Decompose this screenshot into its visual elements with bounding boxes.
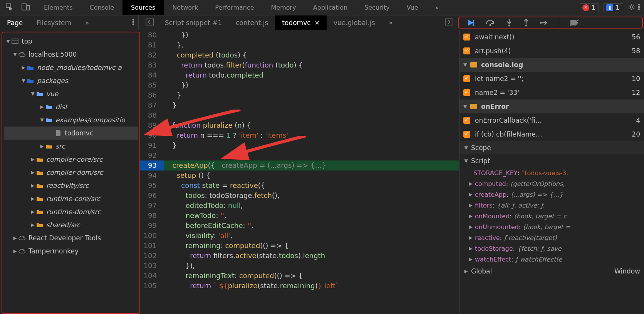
step-out-button[interactable]	[523, 19, 530, 27]
code-line[interactable]: 94 setup () {	[140, 171, 459, 181]
code-line[interactable]: 83 return todos.filter(function (todo) {	[140, 60, 459, 70]
tree-tampermonkey[interactable]: ▶ Tampermonkey	[4, 245, 138, 258]
scope-entry[interactable]: ▶createApp: (...args) => {…}	[460, 189, 644, 200]
code-line[interactable]: 90 return n === 1 ? 'item' : 'items'	[140, 130, 459, 140]
code-line[interactable]: 104 remainingText: computed(() => {	[140, 271, 459, 281]
tree-todomvc[interactable]: todomvc	[4, 127, 138, 140]
resume-button[interactable]	[466, 18, 475, 27]
file-tab-snippet[interactable]: Script snippet #1	[158, 15, 229, 30]
breakpoint-row[interactable]: let name2 = '';10	[460, 72, 644, 86]
code-line[interactable]: 80 })	[140, 30, 459, 40]
tree-localhost[interactable]: ▼ localhost:5000	[4, 48, 138, 61]
code-line[interactable]: 101 remaining: computed(() => {	[140, 241, 459, 251]
tab-security[interactable]: Security	[356, 0, 398, 15]
breakpoint-row[interactable]: await next()56	[460, 30, 644, 44]
inspect-icon[interactable]	[5, 3, 13, 12]
tree-top[interactable]: ▼ top	[4, 35, 138, 48]
code-line[interactable]: 100 visibility: 'all',	[140, 231, 459, 241]
breakpoint-checkbox[interactable]	[463, 131, 470, 138]
code-line[interactable]: 89 function pluralize (n) {	[140, 120, 459, 130]
tree-src[interactable]: ▶ src	[4, 140, 138, 153]
step-over-button[interactable]	[485, 19, 496, 27]
tree-packages[interactable]: ▼ packages	[4, 74, 138, 87]
tab-elements[interactable]: Elements	[35, 0, 81, 15]
code-line[interactable]: 88	[140, 110, 459, 120]
tab-sources[interactable]: Sources	[122, 0, 164, 15]
breakpoint-checkbox[interactable]	[463, 34, 470, 41]
device-mode-icon[interactable]	[22, 3, 30, 12]
code-line[interactable]: 105 return ` ${pluralize(state.remaining…	[140, 281, 459, 291]
settings-icon[interactable]	[628, 3, 636, 12]
code-line[interactable]: 91 }	[140, 140, 459, 150]
error-badge[interactable]: ✕1	[580, 3, 599, 12]
code-line[interactable]: 98 newTodo: '',	[140, 211, 459, 221]
breakpoint-group[interactable]: ▼onError	[460, 100, 644, 113]
tree-reactivity[interactable]: ▶ reactivity/src	[4, 179, 138, 192]
tree-dist[interactable]: ▶ dist	[4, 100, 138, 113]
tree-runtime-dom[interactable]: ▶ runtime-dom/src	[4, 205, 138, 218]
tabs-overflow-icon[interactable]: »	[427, 0, 448, 15]
file-tab-content[interactable]: content.js	[229, 15, 275, 30]
breakpoint-checkbox[interactable]	[463, 47, 470, 54]
breakpoint-row[interactable]: if (cb) cb(fileName…20	[460, 127, 644, 141]
file-tab-todomvc[interactable]: todomvc×	[275, 15, 327, 30]
code-line[interactable]: 84 return todo.completed	[140, 70, 459, 80]
tree-compiler-core[interactable]: ▶ compiler-core/src	[4, 153, 138, 166]
tree-react-tools[interactable]: ▶ React Developer Tools	[4, 231, 138, 245]
scope-entry[interactable]: ▶reactive: ƒ reactive(target)	[460, 232, 644, 243]
tab-vue[interactable]: Vue	[398, 0, 427, 15]
breakpoint-checkbox[interactable]	[463, 89, 470, 96]
tree-runtime-core[interactable]: ▶ runtime-core/src	[4, 192, 138, 205]
code-line[interactable]: 102 return filters.active(state.todos).l…	[140, 251, 459, 261]
deactivate-breakpoints-button[interactable]	[569, 19, 579, 27]
nav-tab-page[interactable]: Page	[0, 16, 30, 30]
show-debugger-icon[interactable]	[445, 19, 458, 27]
code-line[interactable]: 95 const state = reactive({	[140, 181, 459, 191]
tree-examples[interactable]: ▼ examples/compositio	[4, 113, 138, 127]
code-line[interactable]: 96 todos: todoStorage.fetch(),	[140, 191, 459, 201]
tree-vue[interactable]: ▼ vue	[4, 87, 138, 100]
code-line[interactable]: 99 beforeEditCache: '',	[140, 221, 459, 231]
scope-entry[interactable]: ▶onUnmounted: (hook, target =	[460, 221, 644, 232]
scope-global-header[interactable]: ▶ Global Window	[460, 265, 644, 278]
code-line[interactable]: 82 completed (todos) {	[140, 50, 459, 60]
scope-entry[interactable]: ▶onMounted: (hook, target = c	[460, 211, 644, 221]
scope-header[interactable]: ▼Scope	[460, 141, 644, 154]
breakpoint-row[interactable]: name2 = '33'12	[460, 86, 644, 100]
code-line[interactable]: 103 }),	[140, 261, 459, 271]
close-icon[interactable]: ×	[315, 19, 320, 26]
code-line[interactable]: 97 editedTodo: null,	[140, 201, 459, 211]
scope-entry[interactable]: ▶watchEffect: ƒ watchEffect(e	[460, 254, 644, 265]
nav-tabs-overflow-icon[interactable]: »	[78, 16, 97, 30]
tab-memory[interactable]: Memory	[263, 0, 305, 15]
code-line[interactable]: 92	[140, 150, 459, 160]
code-line[interactable]: 87 }	[140, 100, 459, 110]
breakpoint-checkbox[interactable]	[463, 117, 470, 124]
kebab-icon[interactable]	[638, 3, 640, 12]
code-line[interactable]: 85 })	[140, 80, 459, 90]
tree-compiler-dom[interactable]: ▶ compiler-dom/src	[4, 166, 138, 179]
tab-application[interactable]: Application	[305, 0, 356, 15]
breakpoint-group[interactable]: ▼console.log	[460, 58, 644, 72]
code-editor[interactable]: 80 })81 },82 completed (todos) {83 retur…	[140, 30, 459, 314]
scope-entry[interactable]: STORAGE_KEY: "todos-vuejs-3.	[460, 167, 644, 178]
breakpoint-checkbox[interactable]	[463, 75, 470, 82]
show-navigator-icon[interactable]	[142, 19, 158, 27]
code-line[interactable]: 86 }	[140, 90, 459, 100]
step-button[interactable]	[540, 19, 549, 27]
tab-console[interactable]: Console	[81, 0, 123, 15]
tab-network[interactable]: Network	[164, 0, 206, 15]
nav-tab-filesystem[interactable]: Filesystem	[30, 16, 78, 30]
scope-entry[interactable]: ▶computed: (getterOrOptions,	[460, 178, 644, 189]
file-tabs-overflow-icon[interactable]: »	[382, 15, 401, 30]
scope-entry[interactable]: ▶filters: {all: ƒ, active: ƒ,	[460, 200, 644, 211]
scope-entry[interactable]: ▶todoStorage: {fetch: ƒ, save	[460, 243, 644, 254]
breakpoint-row[interactable]: arr.push(4)58	[460, 44, 644, 58]
tree-node-modules[interactable]: ▶ node_modules/todomvc-a	[4, 61, 138, 74]
code-line[interactable]: 81 },	[140, 40, 459, 50]
tab-performance[interactable]: Performance	[206, 0, 262, 15]
file-tab-vueglobal[interactable]: vue.global.js	[327, 15, 382, 30]
nav-kebab-icon[interactable]	[132, 19, 138, 27]
code-line[interactable]: 93 createApp({ createApp = (...args) => …	[140, 160, 459, 171]
tree-shared[interactable]: ▶ shared/src	[4, 218, 138, 231]
